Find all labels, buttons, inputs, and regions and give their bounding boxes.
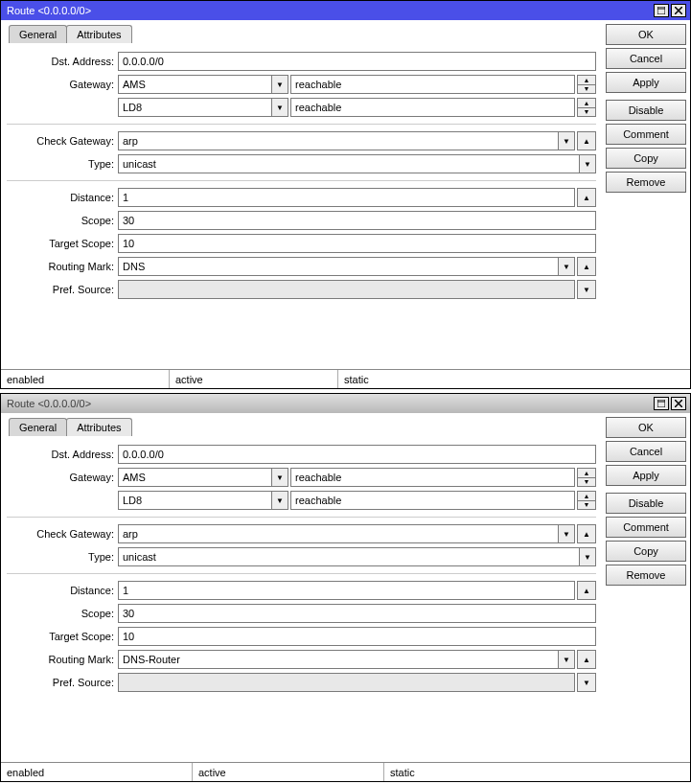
route-window-1: Route <0.0.0.0/0> General Attributes Dst…: [0, 0, 691, 389]
gateway1-status-input[interactable]: reachable: [290, 468, 575, 487]
divider: [7, 573, 596, 574]
cancel-button[interactable]: Cancel: [606, 48, 686, 69]
ok-button[interactable]: OK: [606, 24, 686, 45]
distance-input[interactable]: 1: [118, 188, 575, 207]
tab-attributes[interactable]: Attributes: [66, 418, 131, 436]
remove-button[interactable]: Remove: [606, 172, 686, 193]
remove-button[interactable]: Remove: [606, 565, 686, 586]
window-title: Route <0.0.0.0/0>: [5, 5, 654, 16]
gateway2-dropdown-icon[interactable]: [271, 98, 288, 117]
check-gateway-input[interactable]: arp: [118, 524, 559, 543]
status-active: active: [193, 763, 384, 781]
collapse-icon[interactable]: [577, 131, 596, 150]
tab-general[interactable]: General: [9, 418, 67, 436]
label-routing-mark: Routing Mark:: [7, 654, 118, 665]
status-bar: enabled active static: [1, 369, 690, 388]
check-gateway-dropdown-icon[interactable]: [558, 131, 575, 150]
dst-address-input[interactable]: 0.0.0.0/0: [118, 445, 596, 464]
scope-input[interactable]: 30: [118, 211, 596, 230]
expand-icon[interactable]: [577, 673, 596, 692]
disable-button[interactable]: Disable: [606, 100, 686, 121]
cancel-button[interactable]: Cancel: [606, 441, 686, 462]
maximize-icon[interactable]: [654, 4, 669, 17]
tab-general[interactable]: General: [9, 25, 67, 43]
label-type: Type:: [7, 551, 118, 563]
collapse-icon[interactable]: [577, 524, 596, 543]
type-input[interactable]: unicast: [118, 547, 580, 566]
type-input[interactable]: unicast: [118, 154, 580, 173]
label-target-scope: Target Scope:: [7, 238, 118, 249]
gateway1-input[interactable]: AMS: [118, 75, 272, 94]
gateway-updown[interactable]: ▲▼: [577, 468, 596, 487]
gateway-updown[interactable]: ▲▼: [577, 75, 596, 94]
tab-bar: General Attributes: [3, 415, 600, 436]
gateway-updown-2[interactable]: ▲▼: [577, 98, 596, 117]
route-window-2: Route <0.0.0.0/0> General Attributes Dst…: [0, 393, 691, 782]
collapse-icon[interactable]: [577, 581, 596, 600]
close-icon[interactable]: [671, 397, 686, 410]
routing-mark-input[interactable]: DNS-Router: [118, 650, 559, 669]
copy-button[interactable]: Copy: [606, 148, 686, 169]
label-distance: Distance:: [7, 585, 118, 596]
divider: [7, 517, 596, 518]
pref-source-input[interactable]: [118, 673, 575, 692]
titlebar[interactable]: Route <0.0.0.0/0>: [1, 1, 690, 20]
window-title: Route <0.0.0.0/0>: [5, 398, 654, 409]
scope-input[interactable]: 30: [118, 604, 596, 623]
comment-button[interactable]: Comment: [606, 124, 686, 145]
type-dropdown-icon[interactable]: [579, 154, 596, 173]
comment-button[interactable]: Comment: [606, 517, 686, 538]
collapse-icon[interactable]: [577, 650, 596, 669]
pref-source-input[interactable]: [118, 280, 575, 299]
collapse-icon[interactable]: [577, 188, 596, 207]
tab-bar: General Attributes: [3, 22, 600, 43]
label-scope: Scope:: [7, 215, 118, 226]
label-routing-mark: Routing Mark:: [7, 261, 118, 272]
check-gateway-input[interactable]: arp: [118, 131, 559, 150]
status-enabled: enabled: [1, 370, 170, 388]
routing-mark-dropdown-icon[interactable]: [558, 650, 575, 669]
ok-button[interactable]: OK: [606, 417, 686, 438]
target-scope-input[interactable]: 10: [118, 627, 596, 646]
divider: [7, 180, 596, 181]
distance-input[interactable]: 1: [118, 581, 575, 600]
status-static: static: [338, 370, 690, 388]
maximize-icon[interactable]: [654, 397, 669, 410]
titlebar[interactable]: Route <0.0.0.0/0>: [1, 394, 690, 413]
type-dropdown-icon[interactable]: [579, 547, 596, 566]
tab-attributes[interactable]: Attributes: [66, 25, 131, 43]
target-scope-input[interactable]: 10: [118, 234, 596, 253]
close-icon[interactable]: [671, 4, 686, 17]
routing-mark-dropdown-icon[interactable]: [558, 257, 575, 276]
label-pref-source: Pref. Source:: [7, 677, 118, 688]
label-check-gateway: Check Gateway:: [7, 135, 118, 147]
status-enabled: enabled: [1, 763, 193, 781]
gateway2-dropdown-icon[interactable]: [271, 491, 288, 510]
dst-address-input[interactable]: 0.0.0.0/0: [118, 52, 596, 71]
disable-button[interactable]: Disable: [606, 493, 686, 514]
expand-icon[interactable]: [577, 280, 596, 299]
check-gateway-dropdown-icon[interactable]: [558, 524, 575, 543]
apply-button[interactable]: Apply: [606, 72, 686, 93]
label-type: Type:: [7, 158, 118, 170]
gateway-updown-2[interactable]: ▲▼: [577, 491, 596, 510]
gateway2-input[interactable]: LD8: [118, 98, 272, 117]
gateway2-status-input[interactable]: reachable: [290, 98, 575, 117]
label-dst-address: Dst. Address:: [7, 56, 118, 67]
label-gateway: Gateway:: [7, 472, 118, 483]
gateway1-dropdown-icon[interactable]: [271, 75, 288, 94]
label-dst-address: Dst. Address:: [7, 449, 118, 460]
gateway2-input[interactable]: LD8: [118, 491, 272, 510]
label-gateway: Gateway:: [7, 79, 118, 90]
routing-mark-input[interactable]: DNS: [118, 257, 559, 276]
gateway1-input[interactable]: AMS: [118, 468, 272, 487]
gateway2-status-input[interactable]: reachable: [290, 491, 575, 510]
collapse-icon[interactable]: [577, 257, 596, 276]
divider: [7, 124, 596, 125]
gateway1-status-input[interactable]: reachable: [290, 75, 575, 94]
gateway1-dropdown-icon[interactable]: [271, 468, 288, 487]
apply-button[interactable]: Apply: [606, 465, 686, 486]
label-target-scope: Target Scope:: [7, 631, 118, 642]
copy-button[interactable]: Copy: [606, 541, 686, 562]
status-active: active: [170, 370, 338, 388]
